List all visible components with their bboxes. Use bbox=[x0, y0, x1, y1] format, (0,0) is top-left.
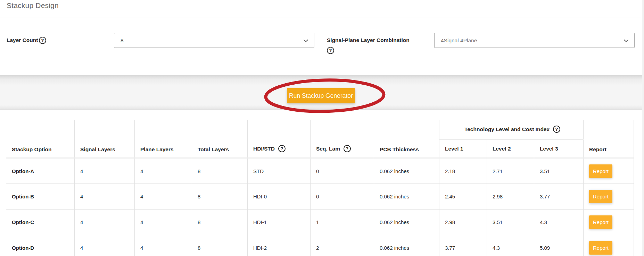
col-header-report: Report bbox=[584, 120, 634, 158]
table-row-option-b: Option-B 4 4 8 HDI-0 0 0.062 inches 2.45… bbox=[6, 184, 634, 210]
col-header-pcb-thickness: PCB Thickness bbox=[374, 120, 439, 158]
cell-level1: 2.45 bbox=[439, 184, 487, 210]
seq-lam-header-label: Seq. Lam bbox=[316, 146, 340, 152]
cell-total-layers: 8 bbox=[192, 210, 248, 235]
cell-pcb-thickness: 0.062 inches bbox=[374, 158, 439, 184]
layer-count-label: Layer Count bbox=[7, 37, 38, 43]
cell-signal-layers: 4 bbox=[75, 184, 135, 210]
cell-option: Option-C bbox=[6, 210, 75, 235]
cell-pcb-thickness: 0.062 inches bbox=[374, 210, 439, 235]
cell-hdi-std: HDI-0 bbox=[248, 184, 311, 210]
cell-seq-lam: 0 bbox=[311, 158, 374, 184]
table-row-option-d: Option-D 4 4 8 HDI-2 2 0.062 inches 3.77… bbox=[6, 235, 634, 256]
title-divider bbox=[0, 17, 642, 17]
cell-hdi-std: STD bbox=[248, 158, 311, 184]
layer-count-select[interactable]: 8 bbox=[114, 33, 314, 48]
tech-level-help-icon[interactable]: ? bbox=[553, 126, 560, 133]
cell-signal-layers: 4 bbox=[75, 210, 135, 235]
cell-level3: 3.77 bbox=[534, 184, 584, 210]
cell-level2: 2.98 bbox=[487, 184, 534, 210]
tech-level-group-label: Technology Level and Cost Index bbox=[464, 126, 550, 132]
cell-total-layers: 8 bbox=[192, 235, 248, 256]
seq-lam-help-icon[interactable]: ? bbox=[344, 145, 351, 152]
col-header-signal-layers: Signal Layers bbox=[75, 120, 135, 158]
table-row-option-c: Option-C 4 4 8 HDI-1 1 0.062 inches 2.98… bbox=[6, 210, 634, 235]
cell-signal-layers: 4 bbox=[75, 158, 135, 184]
cell-level3: 4.3 bbox=[534, 210, 584, 235]
cell-plane-layers: 4 bbox=[135, 235, 192, 256]
cell-signal-layers: 4 bbox=[75, 235, 135, 256]
cell-option: Option-A bbox=[6, 158, 75, 184]
cell-report: Report bbox=[584, 235, 634, 256]
run-stackup-generator-button[interactable]: Run Stackup Generator bbox=[287, 88, 355, 103]
cell-report: Report bbox=[584, 210, 634, 235]
cell-pcb-thickness: 0.062 inches bbox=[374, 235, 439, 256]
cell-report: Report bbox=[584, 158, 634, 184]
report-button[interactable]: Report bbox=[589, 164, 612, 178]
cell-level2: 3.51 bbox=[487, 210, 534, 235]
signal-plane-help-icon[interactable]: ? bbox=[327, 47, 334, 54]
layer-count-select-value: 8 bbox=[121, 37, 303, 44]
cell-total-layers: 8 bbox=[192, 184, 248, 210]
col-header-level2: Level 2 bbox=[487, 140, 534, 158]
cell-seq-lam: 2 bbox=[311, 235, 374, 256]
page-right-edge bbox=[642, 0, 644, 256]
cell-level1: 2.18 bbox=[439, 158, 487, 184]
signal-plane-select[interactable]: 4Signal 4Plane bbox=[434, 33, 635, 48]
col-header-hdi-std: HDI/STD? bbox=[248, 120, 311, 158]
cell-seq-lam: 1 bbox=[311, 210, 374, 235]
cell-hdi-std: HDI-1 bbox=[248, 210, 311, 235]
cell-total-layers: 8 bbox=[192, 158, 248, 184]
report-button[interactable]: Report bbox=[589, 190, 612, 203]
col-header-plane-layers: Plane Layers bbox=[135, 120, 192, 158]
report-button[interactable]: Report bbox=[589, 215, 612, 229]
cell-level1: 3.77 bbox=[439, 235, 487, 256]
hdi-std-header-label: HDI/STD bbox=[253, 146, 275, 152]
page-title: Stackup Design bbox=[7, 1, 59, 10]
col-header-level1: Level 1 bbox=[439, 140, 487, 158]
cell-level3: 5.09 bbox=[534, 235, 584, 256]
cell-plane-layers: 4 bbox=[135, 184, 192, 210]
cell-level1: 2.98 bbox=[439, 210, 487, 235]
cell-seq-lam: 0 bbox=[311, 184, 374, 210]
chevron-down-icon bbox=[624, 37, 629, 44]
layer-count-help-icon[interactable]: ? bbox=[39, 37, 46, 44]
col-header-seq-lam: Seq. Lam? bbox=[311, 120, 374, 158]
cell-plane-layers: 4 bbox=[135, 158, 192, 184]
col-header-tech-level-group: Technology Level and Cost Index? bbox=[439, 120, 584, 140]
col-header-level3: Level 3 bbox=[534, 140, 584, 158]
cell-level2: 4.3 bbox=[487, 235, 534, 256]
cell-option: Option-B bbox=[6, 184, 75, 210]
cell-level2: 2.71 bbox=[487, 158, 534, 184]
cell-level3: 3.51 bbox=[534, 158, 584, 184]
cell-pcb-thickness: 0.062 inches bbox=[374, 184, 439, 210]
signal-plane-select-value: 4Signal 4Plane bbox=[441, 37, 624, 44]
stackup-design-page: Stackup Design Layer Count ? 8 Signal-Pl… bbox=[0, 0, 644, 256]
chevron-down-icon bbox=[303, 37, 308, 44]
col-header-stackup-option: Stackup Option bbox=[6, 120, 75, 158]
report-button[interactable]: Report bbox=[589, 241, 612, 255]
cell-hdi-std: HDI-2 bbox=[248, 235, 311, 256]
cell-plane-layers: 4 bbox=[135, 210, 192, 235]
col-header-total-layers: Total Layers bbox=[192, 120, 248, 158]
signal-plane-label: Signal-Plane Layer Combination bbox=[327, 37, 410, 43]
hdi-std-help-icon[interactable]: ? bbox=[278, 145, 286, 152]
stackup-options-table: Stackup Option Signal Layers Plane Layer… bbox=[6, 120, 634, 256]
cell-report: Report bbox=[584, 184, 634, 210]
cell-option: Option-D bbox=[6, 235, 75, 256]
table-row-option-a: Option-A 4 4 8 STD 0 0.062 inches 2.18 2… bbox=[6, 158, 634, 184]
